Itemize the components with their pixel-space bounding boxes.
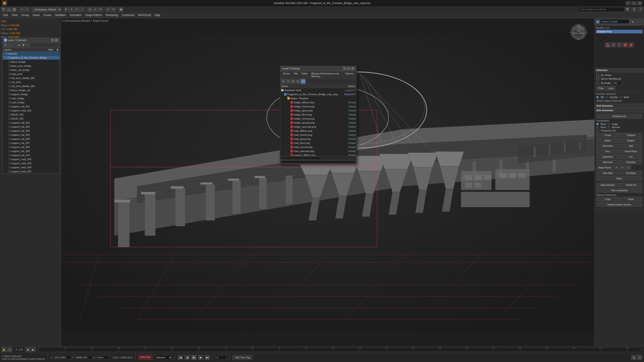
progress-arrow-left[interactable]: ◀ bbox=[25, 347, 30, 352]
menu-tools[interactable]: Tools bbox=[10, 13, 20, 17]
create-btn[interactable]: Create bbox=[596, 133, 619, 137]
radio-multi[interactable] bbox=[620, 96, 622, 98]
layer-item[interactable]: Fragment_of_the_Crimean_Bridge ··· bbox=[2, 56, 60, 60]
layer-help-btn[interactable]: ? bbox=[51, 38, 54, 42]
layer-item[interactable]: ✓ 0 (default) ··· bbox=[2, 52, 60, 56]
subobj-poly-btn[interactable] bbox=[623, 42, 628, 47]
layer-filter-btn[interactable] bbox=[22, 43, 26, 47]
layer-item[interactable]: support_rail_009 ··· bbox=[2, 149, 60, 153]
quickslice-btn[interactable]: QuickSlice bbox=[596, 154, 619, 159]
mirror-btn[interactable]: ⇌ bbox=[106, 7, 110, 12]
soft-selection-title[interactable]: Soft Selection bbox=[594, 104, 644, 108]
asset-row[interactable]: road_specular.png Found bbox=[280, 149, 356, 153]
attach-btn[interactable]: Attach bbox=[596, 138, 619, 143]
asset-tb5[interactable] bbox=[301, 79, 306, 84]
asset-row[interactable]: bridge_illum.png Found bbox=[280, 112, 356, 117]
asset-row[interactable]: road_gloss.png Found bbox=[280, 137, 356, 141]
asset-row[interactable]: bridge_normal.png Found bbox=[280, 117, 356, 121]
menu-group[interactable]: Group bbox=[20, 13, 31, 17]
layer-item[interactable]: rail_arch_details_002 ··· bbox=[2, 84, 60, 88]
move-btn[interactable]: ✛ bbox=[69, 7, 74, 12]
timeline-bar[interactable]: 0102030405060708090100110120130140150160… bbox=[38, 347, 641, 352]
layer-item[interactable]: support_road_004 ··· bbox=[2, 165, 60, 169]
radio-face[interactable] bbox=[596, 126, 599, 128]
layer-item[interactable]: support_bridge ··· bbox=[2, 92, 60, 96]
grid-align-btn[interactable]: Grid Align bbox=[620, 171, 642, 175]
scale-btn[interactable]: ⤡ bbox=[80, 7, 85, 12]
asset-list[interactable]: Autodesk Vault Logged O Fragment_of_the_… bbox=[280, 88, 356, 156]
layer-item[interactable]: support_road_001 ··· bbox=[2, 108, 60, 112]
menu-graph-editors[interactable]: Graph Editors bbox=[84, 13, 104, 17]
collapse-btn[interactable]: Collapse bbox=[620, 133, 642, 137]
radio-none[interactable] bbox=[596, 123, 599, 125]
workspace-selector[interactable]: Workspace: Default bbox=[32, 7, 62, 12]
search-input[interactable] bbox=[579, 7, 624, 12]
asset-menu-paths[interactable]: Paths bbox=[300, 72, 310, 78]
slice-btn[interactable]: Slice bbox=[596, 149, 619, 154]
asset-tb2[interactable] bbox=[286, 79, 290, 84]
align-btn[interactable] bbox=[111, 7, 116, 12]
layer-item[interactable]: ASUD_001 ··· bbox=[2, 117, 60, 121]
status-icon2[interactable]: ◎ bbox=[7, 347, 12, 352]
asset-menu-bitmap[interactable]: Bitmap Performance and Memory bbox=[310, 72, 343, 78]
layer-item[interactable]: road_bridge ··· bbox=[2, 100, 60, 104]
radio-off[interactable] bbox=[596, 96, 599, 98]
radio-edge[interactable] bbox=[608, 123, 610, 125]
layer-item[interactable]: support_rail_003 ··· bbox=[2, 125, 60, 129]
layer-item[interactable]: support_rail_008 ··· bbox=[2, 145, 60, 149]
layer-new-btn[interactable] bbox=[4, 43, 8, 47]
loop-btn[interactable]: Loop bbox=[606, 86, 615, 90]
asset-menu-server[interactable]: Server bbox=[281, 72, 292, 78]
hide-selected-btn[interactable]: Hide Selected bbox=[596, 183, 619, 187]
unhide-all-btn[interactable]: Unhide All bbox=[620, 183, 642, 187]
asset-row[interactable]: road_illum.png Found bbox=[280, 141, 356, 145]
make-planar-btn[interactable]: Make Planar bbox=[596, 165, 613, 170]
settings-btn[interactable]: ⚙ bbox=[632, 7, 636, 12]
x-coord-field[interactable] bbox=[53, 355, 71, 360]
asset-row[interactable]: road_normal.png Found bbox=[280, 145, 356, 149]
edit-geometry-title[interactable]: Edit Geometry bbox=[594, 108, 644, 112]
viewport-btn1[interactable]: ⊞ bbox=[631, 355, 636, 360]
redo-btn[interactable]: ↪ bbox=[25, 7, 30, 12]
y-btn[interactable]: Y bbox=[620, 165, 625, 170]
layer-item[interactable]: support_rail_001 ··· bbox=[2, 104, 60, 108]
modifier-list-dropdown[interactable]: ▼ bbox=[630, 20, 635, 24]
menu-maxscript[interactable]: MAXScript bbox=[136, 13, 153, 17]
layer-item[interactable]: support_rail_002 ··· bbox=[2, 121, 60, 125]
x-btn[interactable]: X bbox=[614, 165, 619, 170]
undo-btn[interactable]: ↩ bbox=[20, 7, 24, 12]
minimize-button[interactable]: ─ bbox=[626, 1, 630, 5]
layer-item[interactable]: support_road_002 ··· bbox=[2, 157, 60, 161]
asset-menu-file[interactable]: File bbox=[292, 72, 300, 78]
detach-btn[interactable]: Detach bbox=[620, 138, 642, 143]
by-angle-checkbox[interactable] bbox=[596, 82, 599, 84]
navigation-gizmo[interactable]: TOP RIGHT FRONT ▲ ▼ ◄ ► bbox=[570, 23, 588, 41]
ping-btn[interactable]: Ping bbox=[596, 86, 606, 90]
hide-unselected-btn[interactable]: Hide Unselected bbox=[596, 188, 642, 193]
asset-row[interactable]: bridge_specular.png Found bbox=[280, 125, 356, 129]
layer-add-btn[interactable]: + bbox=[12, 43, 16, 47]
snap-btn[interactable] bbox=[87, 7, 92, 12]
next-frame-btn[interactable]: ▶ bbox=[198, 355, 203, 360]
asset-minimize-btn[interactable]: ─ bbox=[343, 67, 346, 70]
asset-row[interactable]: bridge_gloss.png Found bbox=[280, 108, 356, 112]
layer-list[interactable]: ✓ 0 (default) ··· Fragment_of_the_Crimea… bbox=[2, 52, 60, 173]
layer-item[interactable]: road_arch ··· bbox=[2, 72, 60, 76]
radio-subobj[interactable] bbox=[606, 96, 608, 98]
app-icon[interactable]: 3 bbox=[2, 1, 7, 6]
key-filter-select[interactable]: Selected bbox=[154, 355, 172, 360]
repeat-last-btn[interactable]: Repeat Last bbox=[596, 114, 642, 118]
subobj-element-btn[interactable] bbox=[629, 42, 634, 47]
menu-help[interactable]: Help bbox=[153, 13, 162, 17]
asset-tb3[interactable] bbox=[291, 79, 296, 84]
asset-row[interactable]: bridge_diffuse.png Found bbox=[280, 100, 356, 104]
autokey-button[interactable]: Auto Key bbox=[138, 355, 152, 360]
layer-item[interactable]: support_road_005 ··· bbox=[2, 169, 60, 173]
menu-create[interactable]: Create bbox=[42, 13, 53, 17]
angle-snap-btn[interactable]: ∠ bbox=[93, 7, 98, 12]
menu-customize[interactable]: Customize bbox=[120, 13, 136, 17]
radio-normal[interactable] bbox=[608, 126, 610, 128]
asset-close-btn[interactable]: ✕ bbox=[351, 67, 354, 70]
asset-row[interactable]: road_fresnel.png Found bbox=[280, 133, 356, 137]
layer-btn[interactable] bbox=[118, 7, 124, 12]
